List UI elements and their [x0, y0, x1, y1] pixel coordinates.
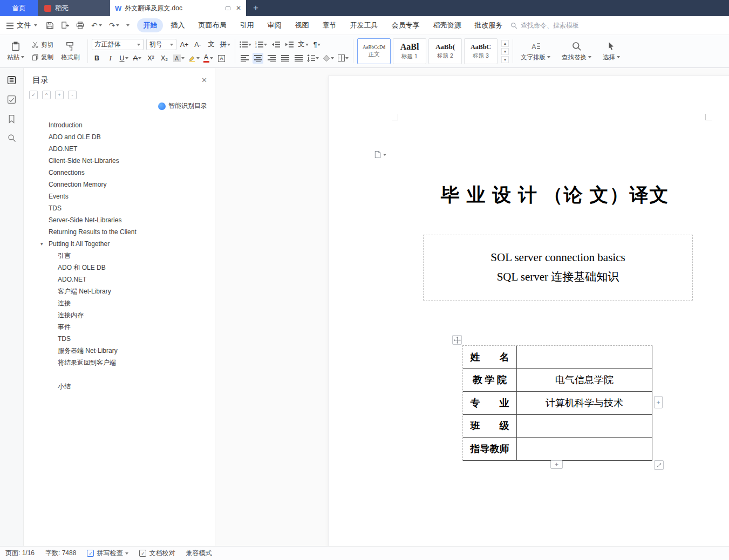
toc-item[interactable]: 服务器端 Net-Library — [24, 345, 215, 357]
compat-mode-indicator[interactable]: 兼容模式 — [186, 549, 212, 558]
search-pane-icon[interactable] — [8, 134, 16, 142]
line-spacing-button[interactable] — [306, 53, 319, 64]
undo-button[interactable]: ↶ — [91, 21, 102, 30]
table-label-cell[interactable]: 专 业 — [463, 392, 517, 414]
task-pane-icon[interactable] — [7, 95, 16, 104]
toc-item[interactable]: Connection Memory — [24, 179, 215, 190]
char-shading-button[interactable]: A — [173, 53, 185, 64]
copy-button[interactable]: 复制 — [32, 53, 53, 62]
find-replace-button[interactable]: 查找替换 — [558, 37, 595, 66]
save-icon[interactable] — [46, 22, 54, 30]
ribbon-tab-2[interactable]: 插入 — [165, 18, 190, 32]
text-layout-button[interactable]: A 文字排版 — [517, 37, 554, 66]
highlight-button[interactable] — [188, 53, 200, 64]
smart-toc-button[interactable]: 智能识别目录 — [158, 101, 215, 111]
underline-button[interactable]: U — [119, 53, 130, 64]
ribbon-tab-9[interactable]: 会员专享 — [385, 18, 425, 32]
command-search[interactable]: 查找命令、搜索模板 — [510, 21, 579, 30]
gallery-down-icon[interactable]: ▼ — [501, 48, 509, 55]
table-value-cell[interactable] — [517, 415, 652, 438]
translation-title-box[interactable]: SOL server connection basics SQL server … — [423, 235, 693, 301]
table-row[interactable]: 指导教师 — [463, 438, 652, 461]
document-tab[interactable]: W 外文翻译及原文.doc ✕ — [110, 0, 246, 16]
toc-item[interactable]: 小结 — [24, 380, 215, 392]
table-value-cell[interactable] — [517, 438, 652, 460]
ribbon-tab-6[interactable]: 视图 — [289, 18, 315, 32]
style-item-3[interactable]: AaBb(标题 2 — [428, 38, 462, 64]
font-color-button[interactable]: A — [203, 53, 214, 64]
shading-button[interactable] — [322, 53, 335, 64]
strikethrough-button[interactable]: A — [132, 53, 143, 64]
toc-item[interactable]: Client-Side Net-Libraries — [24, 155, 215, 167]
toc-item[interactable]: ▾Putting It All Together — [24, 238, 215, 250]
toc-item[interactable]: ADO.NET — [24, 274, 215, 285]
table-label-cell[interactable]: 指导教师 — [463, 438, 517, 460]
table-label-cell[interactable]: 教 学 院 — [463, 369, 517, 392]
decrease-indent-button[interactable] — [270, 39, 281, 50]
numbered-list-button[interactable]: 123 — [255, 39, 268, 50]
toc-item[interactable]: 将结果返回到客户端 — [24, 357, 215, 368]
table-value-cell[interactable]: 电气信息学院 — [517, 369, 652, 392]
toc-item[interactable]: ADO 和 OLE DB — [24, 262, 215, 274]
bullet-list-button[interactable] — [239, 39, 252, 50]
toc-item[interactable]: 连接内存 — [24, 309, 215, 321]
toc-item[interactable]: TDS — [24, 202, 215, 214]
page-quick-settings[interactable] — [374, 151, 386, 159]
asian-layout-button[interactable]: 文 — [297, 39, 309, 50]
proofread-button[interactable]: ✓ 文档校对 — [139, 549, 175, 558]
word-count[interactable]: 字数: 7488 — [45, 549, 76, 558]
superscript-button[interactable]: X² — [146, 53, 156, 64]
redo-button[interactable]: ↷ — [109, 21, 120, 30]
gallery-more-icon[interactable]: ▼ — [501, 56, 509, 63]
toc-item[interactable]: Returning Results to the Client — [24, 226, 215, 238]
toc-item[interactable]: Introduction — [24, 119, 215, 131]
file-menu-button[interactable]: 文件 — [6, 21, 37, 30]
bold-button[interactable]: B — [92, 53, 103, 64]
borders-button[interactable] — [337, 53, 349, 64]
select-button[interactable]: 选择 — [599, 37, 624, 66]
paste-button[interactable]: 粘贴 — [3, 37, 28, 66]
char-border-button[interactable]: A — [216, 53, 227, 64]
toc-item[interactable]: Server-Side Net-Libraries — [24, 214, 215, 226]
output-icon[interactable] — [61, 22, 69, 30]
pin-icon[interactable] — [226, 6, 230, 10]
spellcheck-toggle[interactable]: ✓ 拼写检查 — [87, 549, 128, 558]
distribute-button[interactable] — [293, 53, 304, 64]
style-item-2[interactable]: AaBl标题 1 — [393, 38, 426, 64]
table-label-cell[interactable]: 班 级 — [463, 415, 517, 438]
toc-item[interactable]: 连接 — [24, 297, 215, 309]
print-icon[interactable] — [76, 22, 84, 30]
align-left-button[interactable] — [239, 53, 250, 64]
justify-button[interactable] — [280, 53, 290, 64]
new-tab-button[interactable]: + — [246, 0, 265, 16]
show-marks-button[interactable]: ¶ — [312, 39, 323, 50]
document-canvas[interactable]: 毕 业 设 计 （论 文）译文 SOL server connection ba… — [215, 68, 729, 546]
style-item-1[interactable]: AaBbCcDd正文 — [357, 38, 391, 64]
info-table[interactable]: 姓 名教 学 院电气信息学院专 业计算机科学与技术班 级指导教师 — [462, 345, 652, 461]
align-right-button[interactable] — [266, 53, 277, 64]
table-row[interactable]: 姓 名 — [463, 346, 652, 369]
toc-item[interactable]: Connections — [24, 167, 215, 179]
toc-item[interactable]: ADO.NET — [24, 143, 215, 155]
ribbon-tab-11[interactable]: 批改服务 — [468, 18, 508, 32]
pinyin-guide-button[interactable]: 拼 — [220, 39, 231, 50]
toc-control-4[interactable]: - — [68, 91, 77, 99]
toc-item[interactable]: 引言 — [24, 250, 215, 262]
table-row[interactable]: 班 级 — [463, 415, 652, 438]
ribbon-tab-5[interactable]: 审阅 — [261, 18, 287, 32]
table-add-column-button[interactable]: + — [654, 396, 663, 408]
toc-item[interactable]: 事件 — [24, 321, 215, 333]
ribbon-tab-8[interactable]: 开发工具 — [344, 18, 384, 32]
style-item-4[interactable]: AaBbC标题 3 — [464, 38, 498, 64]
decrease-font-button[interactable]: A- — [193, 39, 203, 50]
subscript-button[interactable]: X₂ — [159, 53, 170, 64]
table-label-cell[interactable]: 姓 名 — [463, 346, 517, 368]
table-add-row-button[interactable]: + — [550, 460, 563, 469]
increase-font-button[interactable]: A+ — [179, 39, 190, 50]
chevron-down-icon[interactable]: ▾ — [40, 241, 43, 247]
align-center-button[interactable] — [253, 53, 263, 64]
gallery-up-icon[interactable]: ▲ — [501, 40, 509, 47]
ribbon-tab-4[interactable]: 引用 — [234, 18, 260, 32]
table-value-cell[interactable] — [517, 346, 652, 368]
cut-button[interactable]: 剪切 — [32, 41, 53, 49]
